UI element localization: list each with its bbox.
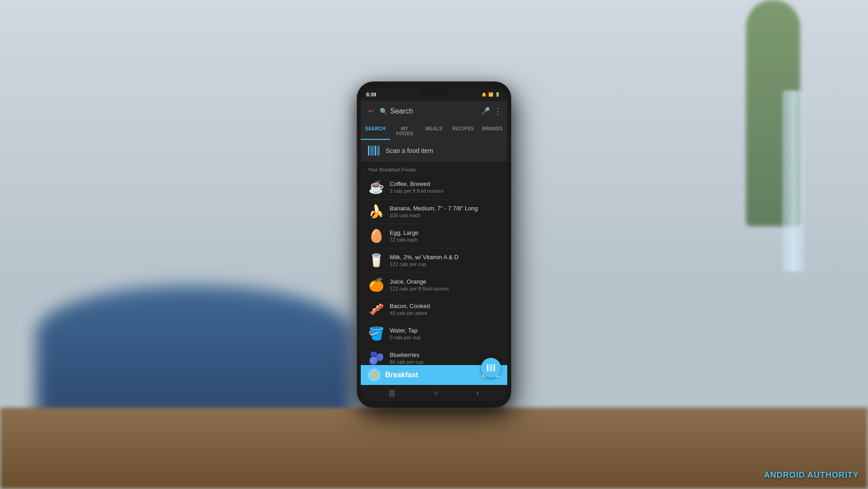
food-info: Milk, 2%, w/ Vitamin A & D122 cals per c… [390,254,500,267]
food-item[interactable]: 🥛Milk, 2%, w/ Vitamin A & D122 cals per … [361,248,507,273]
home-icon[interactable]: ○ [434,389,438,397]
volume-down-button [357,177,358,199]
tab-meals[interactable]: MEALS [420,122,449,140]
phone-screen: 8:39 🔔 📶 🔋 ← 🔍 Search 🎤 ⋮ [361,88,507,401]
food-item[interactable]: 🥓Bacon, Cooked43 cals per piece [361,297,507,322]
food-name: Water, Tap [390,327,500,334]
food-info: Egg, Large72 cals each [390,229,500,242]
food-item[interactable]: ☕Coffee, Brewed2 cals per 8 fluid ounces [361,175,507,199]
food-cals: 105 cals each [390,213,500,218]
watermark-prefix: ANDROID [764,470,805,480]
food-emoji: 🍊 [368,277,384,292]
food-cals: 0 cals per cup [390,335,500,340]
food-cals: 112 cals per 8 fluid ounces [390,286,500,291]
food-emoji: 🪣 [368,326,384,341]
camera-notch [420,88,448,96]
recent-apps-icon[interactable]: ||| [389,389,395,397]
battery-icon: 🔋 [495,92,500,97]
food-name: Milk, 2%, w/ Vitamin A & D [390,254,500,261]
tab-recipes[interactable]: RECIPES [448,122,478,140]
food-emoji: 🫐 [368,351,384,365]
volume-up-button [357,147,358,170]
back-nav-icon[interactable]: ‹ [476,389,479,397]
food-emoji: 🥚 [368,228,384,243]
food-name: Egg, Large [390,229,500,236]
wifi-icon: 📶 [488,92,493,97]
food-item[interactable]: 🍊Juice, Orange112 cals per 8 fluid ounce… [361,273,507,297]
search-icon: 🔍 [380,108,387,115]
barcode-icon [368,146,379,156]
food-info: Water, Tap0 cals per cup [390,327,500,340]
food-emoji: 🍌 [368,204,384,219]
back-button[interactable]: ← [366,105,376,117]
app-content: ← 🔍 Search 🎤 ⋮ SEARCHMY FOODSMEALSRECIPE… [361,101,507,401]
power-button [510,136,511,163]
bg-vase [782,90,805,271]
phone-body: 8:39 🔔 📶 🔋 ← 🔍 Search 🎤 ⋮ [357,82,511,408]
tab-search[interactable]: SEARCH [361,122,390,140]
status-time: 8:39 [366,92,376,97]
watermark: ANDROID AUTHORITY [764,470,859,480]
nav-bar: ||| ○ ‹ [361,385,507,401]
search-box[interactable]: 🔍 Search [380,107,477,115]
food-name: Bacon, Cooked [390,303,500,309]
food-emoji: 🥛 [368,253,384,268]
food-item[interactable]: 🥚Egg, Large72 cals each [361,224,507,248]
food-emoji: 🥓 [368,302,384,317]
watermark-suffix: AUTHORITY [807,470,859,480]
food-list: ☕Coffee, Brewed2 cals per 8 fluid ounces… [361,175,507,365]
food-cals: 2 cals per 8 fluid ounces [390,188,500,194]
tab-my-foods[interactable]: MY FOODS [390,122,420,140]
more-options-icon[interactable]: ⋮ [494,106,502,116]
meal-name: Breakfast [385,371,478,379]
food-info: Banana, Medium, 7" - 7 7/8" Long105 cals… [390,205,500,218]
scan-food-row[interactable]: Scan a food item [361,140,507,161]
food-name: Banana, Medium, 7" - 7 7/8" Long [390,205,500,212]
tab-brands[interactable]: BRANDS [478,122,507,140]
food-name: Juice, Orange [390,278,500,285]
food-info: Juice, Orange112 cals per 8 fluid ounces [390,278,500,291]
food-info: Coffee, Brewed2 cals per 8 fluid ounces [390,180,500,194]
status-icons: 🔔 📶 🔋 [481,92,500,97]
top-bar: ← 🔍 Search 🎤 ⋮ [361,101,507,122]
tabs-bar: SEARCHMY FOODSMEALSRECIPESBRANDS [361,122,507,140]
food-cals: 43 cals per piece [390,310,500,316]
food-info: Bacon, Cooked43 cals per piece [390,303,500,316]
voice-search-icon[interactable]: 🎤 [481,107,490,115]
food-item[interactable]: 🍌Banana, Medium, 7" - 7 7/8" Long105 cal… [361,199,507,224]
food-item[interactable]: 🪣Water, Tap0 cals per cup [361,322,507,346]
bg-table [0,408,868,489]
food-emoji: ☕ [368,180,384,195]
food-cals: 122 cals per cup [390,261,500,267]
food-name: Blueberries [390,351,500,358]
scan-label[interactable]: Scan a food item [386,147,433,154]
fab-barcode-icon [487,364,495,371]
food-cals: 72 cals each [390,237,500,242]
phone: 8:39 🔔 📶 🔋 ← 🔍 Search 🎤 ⋮ [357,82,511,408]
breakfast-icon: ☀️ [371,371,378,379]
search-input-text[interactable]: Search [390,107,413,115]
section-header: Your Breakfast Foods [361,161,507,175]
notification-icon: 🔔 [481,92,486,97]
food-name: Coffee, Brewed [390,180,500,187]
volume-mute-button [357,127,358,141]
fab-barcode-button[interactable] [481,358,501,378]
meal-icon: ☀️ [368,369,381,381]
